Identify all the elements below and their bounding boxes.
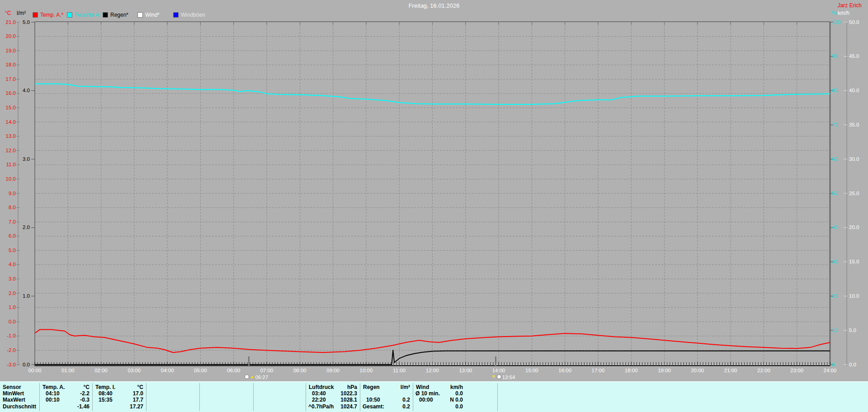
rain-axis-tick-label: 2.0 xyxy=(14,225,30,230)
temp-axis-tick-label: 14.0 xyxy=(1,119,16,125)
wind-axis-tick-label: 10.0 xyxy=(849,293,867,299)
humidity-axis-tick-label: 20 xyxy=(832,293,845,299)
time-axis-tick-label: 24:00 xyxy=(819,368,841,373)
humidity-axis-tick-label: 40 xyxy=(832,225,845,230)
wind-axis-tick-label: 0.0 xyxy=(849,362,867,368)
temp-axis-tick-label: -1.0 xyxy=(1,333,16,339)
time-axis-tick-label: 16:00 xyxy=(554,368,576,373)
temp-axis-tick-label: 4.0 xyxy=(1,262,16,267)
arrow-down-icon: ▼ xyxy=(491,375,496,379)
rain-axis-tick-label: 0.0 xyxy=(14,362,30,368)
temp-axis-tick-label: 17.0 xyxy=(1,76,16,82)
moon-disc-icon xyxy=(497,375,501,379)
table-cell-value: -2.2 xyxy=(42,390,90,397)
table-cell-value: -0.3 xyxy=(42,397,90,403)
humidity-axis-tick-label: 60 xyxy=(832,156,845,162)
time-axis-tick-label: 00:00 xyxy=(24,368,46,373)
temp-axis-tick-label: 6.0 xyxy=(1,233,16,239)
time-axis-tick-label: 22:00 xyxy=(753,368,774,373)
time-axis-tick-label: 02:00 xyxy=(90,368,112,373)
table-cell-value: 17.27 xyxy=(95,403,143,410)
marker-time-label: 06:27 xyxy=(255,375,269,380)
weather-day-chart-window: Freitag, 16.01.2026 Jarz Erich °C l/m² %… xyxy=(0,0,868,412)
temp-axis-tick-label: 19.0 xyxy=(1,48,16,54)
wind-axis-tick-label: 50.0 xyxy=(849,19,867,25)
temp-axis-tick-label: 9.0 xyxy=(1,191,16,197)
table-col-unit: °C xyxy=(95,384,143,390)
time-axis-tick-label: 04:00 xyxy=(156,368,178,373)
temp-axis-tick-label: 7.0 xyxy=(1,219,16,225)
table-cell-value: -1.46 xyxy=(42,403,90,410)
time-axis-tick-label: 23:00 xyxy=(786,368,808,373)
humidity-axis-tick-label: 90 xyxy=(832,53,845,59)
time-axis-tick-label: 06:00 xyxy=(223,368,245,373)
table-cell-value: 1028.1 xyxy=(309,397,357,403)
time-axis-tick-label: 19:00 xyxy=(654,368,675,373)
wind-axis-tick-label: 35.0 xyxy=(849,122,867,128)
marker-tick-0627 xyxy=(248,356,250,366)
time-axis-tick-label: 12:00 xyxy=(422,368,443,373)
table-separator xyxy=(360,383,360,411)
temp-axis-tick-label: 0.0 xyxy=(1,319,16,325)
table-col-unit: °C xyxy=(42,384,90,390)
table-col-unit: km/h xyxy=(416,384,463,390)
temp-axis-tick-label: 3.0 xyxy=(1,276,16,282)
table-row-label: Durchschnitt xyxy=(3,403,39,410)
chart-plot-area xyxy=(0,0,868,412)
table-separator xyxy=(253,383,254,411)
time-axis-tick-label: 03:00 xyxy=(123,368,145,373)
humidity-axis-tick-label: 80 xyxy=(832,88,845,94)
humidity-axis-tick-label: 70 xyxy=(832,122,845,128)
temp-axis-tick-label: 20.0 xyxy=(1,33,16,39)
table-cell-value: 17.7 xyxy=(95,397,143,403)
table-cell-value: 1024.7 xyxy=(309,403,357,410)
time-axis-tick-label: 01:00 xyxy=(57,368,79,373)
marker-time-label: 13:54 xyxy=(502,375,515,380)
table-separator xyxy=(497,383,498,411)
table-separator xyxy=(39,383,40,411)
table-row-label: MinWert xyxy=(3,390,39,397)
table-separator xyxy=(199,383,200,411)
temp-axis-tick-label: 13.0 xyxy=(1,133,16,139)
table-cell-value: 0.0 xyxy=(416,390,463,397)
table-col-unit: l/m² xyxy=(363,384,410,390)
time-axis-tick-label: 10:00 xyxy=(355,368,377,373)
time-axis-tick-label: 21:00 xyxy=(720,368,741,373)
table-separator xyxy=(413,383,413,411)
humidity-axis-tick-label: 0 xyxy=(832,362,845,368)
humidity-axis-tick-label: 100 xyxy=(832,19,845,25)
wind-axis-tick-label: 45.0 xyxy=(849,53,867,59)
time-axis-tick-label: 05:00 xyxy=(189,368,211,373)
humidity-axis-tick-label: 50 xyxy=(832,191,845,197)
wind-axis-tick-label: 20.0 xyxy=(849,225,867,230)
arrow-up-icon: ▲ xyxy=(250,375,255,379)
temp-axis-tick-label: 8.0 xyxy=(1,205,16,211)
table-cell-value: 17.0 xyxy=(95,390,143,397)
wind-axis-tick-label: 40.0 xyxy=(849,88,867,94)
marker-tick-1354 xyxy=(495,356,496,366)
temp-axis-tick-label: -2.0 xyxy=(1,347,16,353)
time-axis-tick-label: 13:00 xyxy=(455,368,476,373)
time-axis-tick-label: 14:00 xyxy=(488,368,509,373)
table-cell-value: N 0.0 xyxy=(416,397,463,403)
time-axis-tick-label: 11:00 xyxy=(388,368,410,373)
time-axis-tick-label: 18:00 xyxy=(620,368,642,373)
table-separator xyxy=(146,383,146,411)
humidity-axis-tick-label: 10 xyxy=(832,328,845,333)
time-axis-tick-label: 20:00 xyxy=(687,368,708,373)
temp-axis-tick-label: 10.0 xyxy=(1,176,16,182)
table-separator xyxy=(92,383,93,411)
table-cell-value: 0.0 xyxy=(416,403,463,410)
moon-disc-icon xyxy=(245,375,249,379)
wind-axis-tick-label: 15.0 xyxy=(849,259,867,265)
humidity-axis-tick-label: 30 xyxy=(832,259,845,265)
summary-table: SensorMinWertMaxWertDurchschnittTemp. A.… xyxy=(0,381,868,412)
time-axis-tick-label: 17:00 xyxy=(587,368,609,373)
table-row-label: MaxWert xyxy=(3,397,39,403)
time-axis-tick-label: 09:00 xyxy=(322,368,344,373)
rain-axis-tick-label: 5.0 xyxy=(14,19,30,25)
table-separator xyxy=(306,383,306,411)
temp-axis-tick-label: 12.0 xyxy=(1,148,16,154)
table-cell-value: 0.2 xyxy=(363,397,410,403)
table-col-unit: hPa xyxy=(309,384,357,390)
